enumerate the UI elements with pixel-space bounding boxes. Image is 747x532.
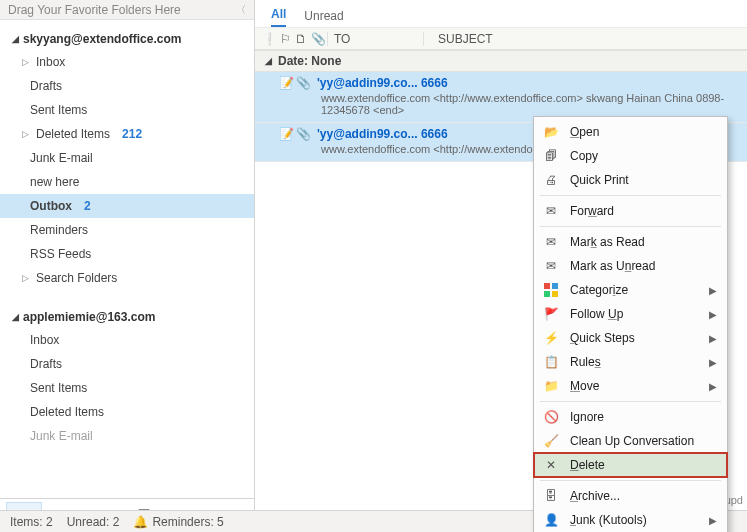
status-unread: Unread: 2 [67, 515, 120, 529]
menu-delete[interactable]: ✕Delete [534, 453, 727, 477]
submenu-arrow-icon: ▶ [709, 333, 717, 344]
attachment-icon: 📎 [296, 76, 311, 90]
menu-junk[interactable]: 👤Junk (Kutools)▶ [534, 508, 727, 532]
col-attachment-icon[interactable]: 📎 [309, 32, 327, 46]
submenu-arrow-icon: ▶ [709, 515, 717, 526]
tab-unread[interactable]: Unread [304, 9, 343, 27]
archive-icon: 🗄 [542, 487, 560, 505]
message-preview: www.extendoffice.com <http://www.extendo… [279, 90, 739, 116]
menu-categorize[interactable]: Categorize▶ [534, 278, 727, 302]
collapse-icon: ◢ [12, 312, 19, 322]
message-status-icons: 📝 📎 [279, 76, 311, 90]
col-subject[interactable]: SUBJECT [423, 32, 747, 46]
menu-mark-read[interactable]: ✉Mark as Read [534, 230, 727, 254]
folder-reminders[interactable]: Reminders [0, 218, 254, 242]
folder-junk[interactable]: Junk E-mail [0, 146, 254, 170]
folder-sent-2[interactable]: Sent Items [0, 376, 254, 400]
folder-count: 212 [122, 127, 142, 141]
message-status-icons: 📝 📎 [279, 127, 311, 141]
menu-copy[interactable]: 🗐Copy [534, 144, 727, 168]
menu-open[interactable]: 📂Open [534, 120, 727, 144]
col-to[interactable]: TO [327, 32, 423, 46]
menu-archive[interactable]: 🗄Archive... [534, 484, 727, 508]
submenu-arrow-icon: ▶ [709, 309, 717, 320]
favorites-drop-zone[interactable]: Drag Your Favorite Folders Here 〈 [0, 0, 254, 20]
submenu-arrow-icon: ▶ [709, 285, 717, 296]
tab-all[interactable]: All [271, 7, 286, 27]
account-1[interactable]: ◢ skyyang@extendoffice.com [0, 26, 254, 50]
forward-icon: ✉ [542, 202, 560, 220]
folder-deleted[interactable]: ▷Deleted Items212 [0, 122, 254, 146]
draft-icon: 📝 [279, 76, 294, 90]
menu-move[interactable]: 📁Move▶ [534, 374, 727, 398]
favorites-hint: Drag Your Favorite Folders Here [8, 3, 181, 17]
expand-icon: ▷ [22, 57, 30, 67]
menu-cleanup[interactable]: 🧹Clean Up Conversation [534, 429, 727, 453]
submenu-arrow-icon: ▶ [709, 381, 717, 392]
folder-junk-2[interactable]: Junk E-mail [0, 424, 254, 448]
folder-count: 2 [84, 199, 91, 213]
lightning-icon: ⚡ [542, 329, 560, 347]
column-header[interactable]: ❕ ⚐ 🗋 📎 TO SUBJECT [255, 28, 747, 50]
svg-rect-7 [544, 283, 550, 289]
menu-quick-steps[interactable]: ⚡Quick Steps▶ [534, 326, 727, 350]
folder-sidebar: Drag Your Favorite Folders Here 〈 ◢ skyy… [0, 0, 255, 532]
folder-tree: ◢ skyyang@extendoffice.com ▷Inbox Drafts… [0, 20, 254, 498]
menu-rules[interactable]: 📋Rules▶ [534, 350, 727, 374]
expand-icon: ▷ [22, 273, 30, 283]
folder-rss[interactable]: RSS Feeds [0, 242, 254, 266]
folder-sent[interactable]: Sent Items [0, 98, 254, 122]
folder-inbox-2[interactable]: Inbox [0, 328, 254, 352]
menu-mark-unread[interactable]: ✉Mark as Unread [534, 254, 727, 278]
message-subject: 'yy@addin99.co... 6666 [317, 127, 448, 141]
junk-icon: 👤 [542, 511, 560, 529]
folder-newhere[interactable]: new here [0, 170, 254, 194]
rules-icon: 📋 [542, 353, 560, 371]
svg-rect-10 [552, 291, 558, 297]
status-items: Items: 2 [10, 515, 53, 529]
move-icon: 📁 [542, 377, 560, 395]
account-label: applemiemie@163.com [23, 310, 155, 324]
submenu-arrow-icon: ▶ [709, 357, 717, 368]
account-2[interactable]: ◢ applemiemie@163.com [0, 304, 254, 328]
bell-icon: 🔔 [133, 515, 148, 529]
status-reminders[interactable]: 🔔 Reminders: 5 [133, 515, 223, 529]
collapse-icon: ◢ [265, 56, 272, 66]
col-reminder-icon[interactable]: ⚐ [277, 32, 293, 46]
expand-icon: ▷ [22, 129, 30, 139]
collapse-icon: ◢ [12, 34, 19, 44]
filter-tabs: All Unread [255, 0, 747, 28]
categorize-icon [542, 281, 560, 299]
folder-search[interactable]: ▷Search Folders [0, 266, 254, 290]
group-header[interactable]: ◢ Date: None [255, 50, 747, 72]
folder-drafts-2[interactable]: Drafts [0, 352, 254, 376]
draft-icon: 📝 [279, 127, 294, 141]
message-subject: 'yy@addin99.co... 6666 [317, 76, 448, 90]
cleanup-icon: 🧹 [542, 432, 560, 450]
open-icon: 📂 [542, 123, 560, 141]
ignore-icon: 🚫 [542, 408, 560, 426]
folder-inbox[interactable]: ▷Inbox [0, 50, 254, 74]
menu-forward[interactable]: ✉Forward [534, 199, 727, 223]
copy-icon: 🗐 [542, 147, 560, 165]
menu-follow-up[interactable]: 🚩Follow Up▶ [534, 302, 727, 326]
folder-deleted-2[interactable]: Deleted Items [0, 400, 254, 424]
folder-outbox[interactable]: Outbox2 [0, 194, 254, 218]
attachment-icon: 📎 [296, 127, 311, 141]
account-label: skyyang@extendoffice.com [23, 32, 181, 46]
menu-quick-print[interactable]: 🖨Quick Print [534, 168, 727, 192]
svg-rect-8 [552, 283, 558, 289]
print-icon: 🖨 [542, 171, 560, 189]
read-icon: ✉ [542, 233, 560, 251]
svg-rect-9 [544, 291, 550, 297]
col-icon[interactable]: 🗋 [293, 32, 309, 46]
delete-icon: ✕ [542, 456, 560, 474]
chevron-left-icon[interactable]: 〈 [236, 3, 246, 17]
menu-ignore[interactable]: 🚫Ignore [534, 405, 727, 429]
flag-icon: 🚩 [542, 305, 560, 323]
col-importance-icon[interactable]: ❕ [261, 32, 277, 46]
group-label: Date: None [278, 54, 341, 68]
context-menu: 📂Open 🗐Copy 🖨Quick Print ✉Forward ✉Mark … [533, 116, 728, 532]
folder-drafts[interactable]: Drafts [0, 74, 254, 98]
unread-icon: ✉ [542, 257, 560, 275]
